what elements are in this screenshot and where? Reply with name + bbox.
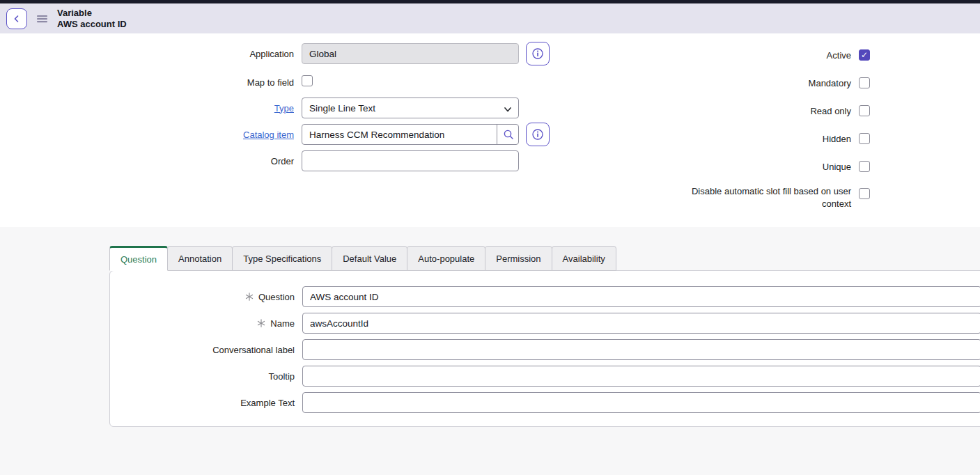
question-label: Question bbox=[258, 292, 295, 302]
catalog-item-input[interactable] bbox=[302, 124, 519, 145]
active-checkbox[interactable] bbox=[859, 49, 870, 61]
tab-strip: Question Annotation Type Specifications … bbox=[109, 246, 616, 271]
conversational-label-label: Conversational label bbox=[212, 345, 295, 355]
form-main-section: Application Map to field Type Single Lin… bbox=[0, 33, 980, 227]
tab-question[interactable]: Question bbox=[109, 246, 168, 271]
disable-slot-fill-label: Disable automatic slot fill based on use… bbox=[683, 185, 851, 210]
hidden-checkbox[interactable] bbox=[859, 133, 870, 144]
read-only-label: Read only bbox=[683, 106, 851, 116]
mandatory-asterisk-icon bbox=[257, 319, 265, 327]
name-label: Name bbox=[270, 318, 295, 329]
mandatory-label: Mandatory bbox=[683, 78, 851, 88]
mandatory-asterisk-icon bbox=[245, 293, 254, 301]
example-text-input[interactable] bbox=[302, 392, 980, 413]
order-label: Order bbox=[0, 156, 294, 166]
name-input[interactable] bbox=[302, 313, 980, 334]
example-text-field-row: Example Text bbox=[110, 392, 980, 413]
info-icon bbox=[531, 47, 544, 60]
map-to-field-row: Map to field bbox=[0, 72, 313, 93]
order-field-row: Order bbox=[0, 150, 519, 171]
tooltip-field-row: Tooltip bbox=[110, 366, 980, 387]
tab-auto-populate[interactable]: Auto-populate bbox=[407, 246, 485, 271]
record-type-title: Variable bbox=[57, 8, 127, 19]
tab-type-specifications[interactable]: Type Specifications bbox=[232, 246, 332, 271]
catalog-item-field-row: Catalog item bbox=[0, 124, 519, 145]
application-label: Application bbox=[0, 49, 294, 59]
chevron-left-icon bbox=[11, 13, 22, 24]
mandatory-checkbox[interactable] bbox=[859, 77, 870, 88]
disable-slot-fill-checkbox-row: Disable automatic slot fill based on use… bbox=[683, 185, 870, 210]
header-titles: Variable AWS account ID bbox=[57, 8, 127, 30]
hidden-checkbox-row: Hidden bbox=[683, 127, 870, 150]
question-tab-panel: Question Name Conversational label bbox=[109, 270, 980, 427]
hidden-label: Hidden bbox=[683, 134, 851, 144]
tabbed-section: Question Annotation Type Specifications … bbox=[0, 227, 980, 475]
search-icon bbox=[503, 129, 514, 140]
order-input[interactable] bbox=[302, 150, 519, 171]
back-button[interactable] bbox=[6, 8, 27, 29]
conversational-label-input[interactable] bbox=[302, 339, 980, 360]
catalog-item-info-button[interactable] bbox=[526, 123, 550, 146]
name-field-row: Name bbox=[110, 313, 980, 334]
unique-checkbox[interactable] bbox=[859, 161, 870, 172]
tab-availability[interactable]: Availability bbox=[552, 246, 616, 271]
example-text-label: Example Text bbox=[240, 398, 295, 408]
tooltip-input[interactable] bbox=[302, 366, 980, 387]
type-field-row: Type Single Line Text bbox=[0, 98, 519, 118]
catalog-item-label-link[interactable]: Catalog item bbox=[243, 130, 294, 140]
read-only-checkbox-row: Read only bbox=[683, 100, 870, 122]
record-name-title: AWS account ID bbox=[57, 19, 127, 30]
tab-annotation[interactable]: Annotation bbox=[167, 246, 233, 271]
tooltip-label: Tooltip bbox=[268, 371, 295, 382]
question-input[interactable] bbox=[302, 286, 980, 307]
tab-default-value[interactable]: Default Value bbox=[332, 246, 407, 271]
tab-permission[interactable]: Permission bbox=[485, 246, 552, 271]
type-label-link[interactable]: Type bbox=[274, 103, 294, 114]
active-checkbox-row: Active bbox=[683, 44, 870, 66]
map-to-field-label: Map to field bbox=[0, 77, 294, 88]
form-header: Variable AWS account ID bbox=[0, 3, 980, 33]
unique-label: Unique bbox=[683, 162, 851, 172]
type-select[interactable]: Single Line Text bbox=[302, 98, 519, 118]
application-field-row: Application bbox=[0, 43, 519, 64]
unique-checkbox-row: Unique bbox=[683, 155, 870, 178]
question-field-row: Question bbox=[110, 286, 980, 307]
map-to-field-checkbox[interactable] bbox=[302, 75, 313, 86]
active-label: Active bbox=[683, 50, 851, 61]
read-only-checkbox[interactable] bbox=[859, 105, 870, 116]
catalog-item-lookup-button[interactable] bbox=[497, 124, 519, 145]
mandatory-checkbox-row: Mandatory bbox=[683, 72, 870, 94]
disable-slot-fill-checkbox[interactable] bbox=[859, 188, 870, 199]
hamburger-menu-icon[interactable] bbox=[37, 15, 47, 23]
application-info-button[interactable] bbox=[526, 42, 550, 65]
application-input[interactable] bbox=[302, 43, 519, 64]
conversational-label-field-row: Conversational label bbox=[110, 339, 980, 360]
info-icon bbox=[531, 128, 544, 141]
